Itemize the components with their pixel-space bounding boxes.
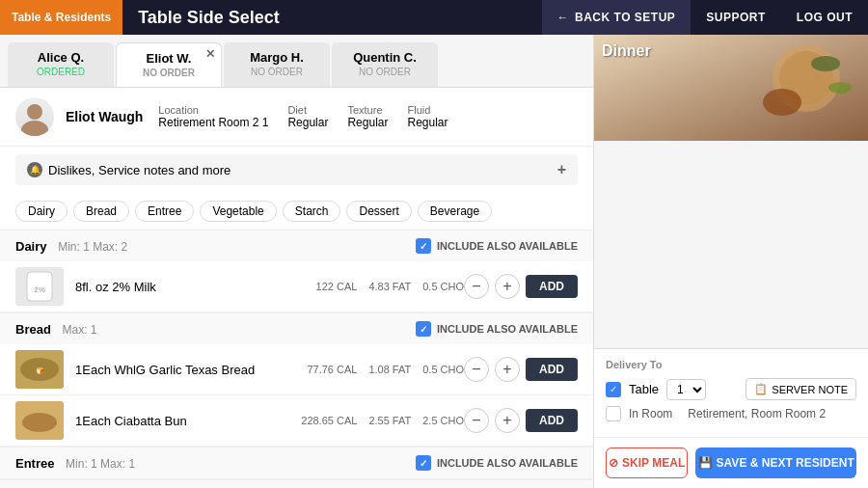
- filter-bread[interactable]: Bread: [73, 201, 129, 222]
- save-icon: 💾: [698, 456, 713, 470]
- food-item-ciabatta: 1Each Ciabatta Bun 228.65 CAL 2.55 FAT 2…: [0, 395, 593, 447]
- in-room-value: Retirement, Room Room 2: [688, 407, 826, 420]
- filter-entree[interactable]: Entree: [135, 201, 194, 222]
- tab-quentin[interactable]: Quentin C. NO ORDER: [332, 42, 438, 87]
- section-bread: Bread Max: 1 ✓ INCLUDE ALSO AVAILABLE 🍞 …: [0, 312, 593, 447]
- tab-eliot[interactable]: ✕ Eliot W. NO ORDER: [116, 42, 222, 87]
- left-panel: Alice Q. ORDERED ✕ Eliot W. NO ORDER Mar…: [0, 35, 593, 488]
- food-item-milk: 2% 8fl. oz 2% Milk 122 CAL 4.83 FAT 0.5 …: [0, 261, 593, 312]
- dinner-image: Dinner: [594, 35, 868, 141]
- ciabatta-controls: − + ADD: [464, 408, 578, 433]
- svg-point-13: [763, 89, 801, 116]
- garlic-bread-plus-button[interactable]: +: [495, 357, 520, 382]
- in-room-label: In Room: [629, 407, 672, 420]
- section-entree: Entree Min: 1 Max: 1 ✓ INCLUDE ALSO AVAI…: [0, 447, 593, 478]
- garlic-bread-thumb: 🍞: [15, 350, 64, 389]
- section-entree-title: Entree: [15, 456, 54, 471]
- resident-diet: Diet Regular: [287, 104, 328, 129]
- skip-meal-button[interactable]: ⊘ SKIP MEAL: [606, 447, 688, 478]
- svg-text:🍞: 🍞: [36, 366, 44, 375]
- notes-bar-text: Dislikes, Service notes and more: [48, 163, 231, 177]
- entree-include-available[interactable]: ✓ INCLUDE ALSO AVAILABLE: [416, 455, 578, 471]
- right-panel: Dinner Delivery To ✓ Table 1 2 3 📋 SERVE…: [593, 35, 868, 488]
- app-header: Table & Residents Table Side Select ← BA…: [0, 0, 868, 35]
- note-icon: 📋: [754, 383, 768, 395]
- support-button[interactable]: SUPPORT: [691, 0, 781, 35]
- resident-texture: Texture Regular: [347, 104, 388, 129]
- bread-include-available[interactable]: ✓ INCLUDE ALSO AVAILABLE: [416, 321, 578, 337]
- back-arrow-icon: ←: [557, 11, 570, 24]
- resident-info: Eliot Waugh Location Retirement Room 2 1…: [0, 88, 593, 147]
- garlic-bread-controls: − + ADD: [464, 357, 578, 382]
- delivery-section: Delivery To ✓ Table 1 2 3 📋 SERVER NOTE …: [594, 348, 868, 437]
- section-dairy-title: Dairy: [15, 239, 47, 254]
- dairy-include-checkbox[interactable]: ✓: [416, 238, 431, 254]
- delivery-title: Delivery To: [606, 359, 856, 370]
- notes-icon: 🔔: [27, 162, 42, 177]
- page-title: Table Side Select: [122, 8, 541, 28]
- in-room-delivery-row: In Room Retirement, Room Room 2: [606, 406, 856, 421]
- section-dairy-limits: Min: 1 Max: 2: [58, 240, 127, 254]
- logout-button[interactable]: LOG OUT: [781, 0, 868, 35]
- close-tab-icon[interactable]: ✕: [205, 47, 215, 61]
- tab-alice[interactable]: Alice Q. ORDERED: [8, 42, 114, 87]
- ciabatta-thumb: [15, 401, 64, 440]
- section-bread-limits: Max: 1: [62, 323, 96, 337]
- ciabatta-minus-button[interactable]: −: [464, 408, 489, 433]
- milk-name: 8fl. oz 2% Milk: [75, 280, 309, 294]
- header-nav: ← BACK TO SETUP SUPPORT LOG OUT: [542, 0, 868, 35]
- filter-dairy[interactable]: Dairy: [15, 201, 68, 222]
- food-item-garlic-bread: 🍞 1Each WhlG Garlic Texas Bread 77.76 CA…: [0, 344, 593, 395]
- server-note-button[interactable]: 📋 SERVER NOTE: [746, 378, 856, 400]
- section-dairy: Dairy Min: 1 Max: 2 ✓ INCLUDE ALSO AVAIL…: [0, 230, 593, 312]
- back-to-setup-button[interactable]: ← BACK TO SETUP: [542, 0, 692, 35]
- dairy-include-available[interactable]: ✓ INCLUDE ALSO AVAILABLE: [416, 238, 578, 254]
- resident-name: Eliot Waugh: [66, 109, 143, 124]
- table-number-select[interactable]: 1 2 3: [666, 379, 706, 400]
- milk-minus-button[interactable]: −: [464, 274, 489, 299]
- filter-dessert[interactable]: Dessert: [346, 201, 411, 222]
- filter-starch[interactable]: Starch: [283, 201, 341, 222]
- resident-tabs: Alice Q. ORDERED ✕ Eliot W. NO ORDER Mar…: [0, 35, 593, 88]
- milk-plus-button[interactable]: +: [495, 274, 520, 299]
- ciabatta-plus-button[interactable]: +: [495, 408, 520, 433]
- skip-icon: ⊘: [609, 456, 618, 470]
- save-next-resident-button[interactable]: 💾 SAVE & NEXT RESIDENT: [695, 447, 856, 478]
- notes-expand-icon[interactable]: +: [557, 161, 566, 178]
- nutrient-summary: NUTRIENT SUMMARY CALORIES 1080.51 FAT 41…: [0, 478, 593, 488]
- garlic-bread-minus-button[interactable]: −: [464, 357, 489, 382]
- ciabatta-name: 1Each Ciabatta Bun: [75, 414, 293, 428]
- filter-tags: Dairy Bread Entree Vegetable Starch Dess…: [0, 193, 593, 230]
- filter-beverage[interactable]: Beverage: [418, 201, 492, 222]
- brand-label: Table & Residents: [0, 0, 122, 35]
- resident-fluid: Fluid Regular: [407, 104, 448, 129]
- svg-point-15: [828, 82, 852, 94]
- svg-point-14: [811, 56, 840, 71]
- right-content: [594, 141, 868, 348]
- ciabatta-nutrition: 228.65 CAL 2.55 FAT 2.5 CHO: [301, 415, 464, 426]
- svg-point-1: [21, 121, 48, 136]
- table-delivery-row: ✓ Table 1 2 3 📋 SERVER NOTE: [606, 378, 856, 400]
- ciabatta-add-button[interactable]: ADD: [526, 409, 578, 432]
- svg-point-9: [22, 413, 57, 432]
- avatar: [15, 97, 54, 136]
- table-checkbox[interactable]: ✓: [606, 382, 621, 397]
- section-bread-title: Bread: [15, 322, 51, 337]
- in-room-checkbox[interactable]: [606, 406, 621, 421]
- garlic-bread-add-button[interactable]: ADD: [526, 358, 578, 381]
- milk-thumb: 2%: [15, 267, 64, 306]
- filter-vegetable[interactable]: Vegetable: [200, 201, 276, 222]
- notes-bar[interactable]: 🔔 Dislikes, Service notes and more +: [15, 154, 578, 185]
- entree-include-checkbox[interactable]: ✓: [416, 455, 431, 471]
- bread-include-checkbox[interactable]: ✓: [416, 321, 431, 337]
- svg-text:2%: 2%: [34, 285, 45, 294]
- milk-add-button[interactable]: ADD: [526, 275, 578, 298]
- garlic-bread-nutrition: 77.76 CAL 1.08 FAT 0.5 CHO: [307, 364, 464, 375]
- resident-location: Location Retirement Room 2 1: [158, 104, 268, 129]
- main-layout: Alice Q. ORDERED ✕ Eliot W. NO ORDER Mar…: [0, 35, 868, 488]
- section-entree-limits: Min: 1 Max: 1: [66, 457, 135, 471]
- tab-margo[interactable]: Margo H. NO ORDER: [224, 42, 330, 87]
- svg-point-0: [27, 104, 42, 120]
- meal-label: Dinner: [602, 42, 651, 60]
- milk-nutrition: 122 CAL 4.83 FAT 0.5 CHO: [316, 281, 464, 292]
